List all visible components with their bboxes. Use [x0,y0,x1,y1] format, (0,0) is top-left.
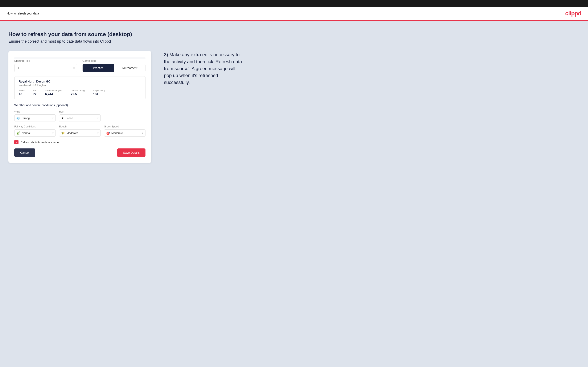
header-title: How to refresh your data [7,12,39,15]
stat-slope-rating: Slope rating 134 [93,89,105,96]
conditions-section-title: Weather and course conditions (optional) [14,103,146,107]
course-info: Royal North Devon GC, Westward Ho!, Engl… [14,76,146,99]
refresh-checkbox-label: Refresh shots from data source [21,141,59,144]
rough-label: Rough [59,125,101,128]
starting-hole-group: Starting Hole 1 10 [14,59,77,72]
course-name: Royal North Devon GC, [19,80,141,83]
page-heading: How to refresh your data from source (de… [9,31,579,38]
top-bar [0,0,588,7]
buttons-row: Cancel Save Details [14,149,146,157]
refresh-checkbox-row: Refresh shots from data source [14,140,146,144]
rough-group: Rough 🌾 Moderate Light Heavy [59,125,101,137]
course-rating-value: 72.5 [71,92,85,96]
fairway-select-wrapper: 🌿 Normal Soft Firm [14,129,56,137]
wind-select-wrapper: 💨 Strong None Light Moderate [14,114,56,122]
save-button[interactable]: Save Details [117,149,146,157]
game-type-group: Game Type Practice Tournament [82,59,146,72]
fairway-select[interactable]: Normal Soft Firm [14,129,56,137]
main-content: How to refresh your data from source (de… [0,21,588,367]
empty-group [104,110,146,122]
par-value: 72 [33,92,37,96]
rough-select-wrapper: 🌾 Moderate Light Heavy [59,129,101,137]
wind-label: Wind [14,110,56,113]
fairway-group: Fairway Conditions 🌿 Normal Soft Firm [14,125,56,137]
rough-select[interactable]: Moderate Light Heavy [59,129,101,137]
form-panel: Starting Hole 1 10 Game Type Practice To… [9,51,151,163]
wind-select[interactable]: Strong None Light Moderate [14,114,56,122]
green-speed-select[interactable]: Moderate Slow Fast [104,129,146,137]
instruction-panel: 3) Make any extra edits necessary to the… [164,51,244,86]
holes-value: 18 [19,92,25,96]
logo: clippd [565,10,581,17]
stat-course-rating: Course rating 72.5 [71,89,85,96]
wind-group: Wind 💨 Strong None Light Moderate [14,110,56,122]
fairway-rough-row: Fairway Conditions 🌿 Normal Soft Firm Ro… [14,125,146,137]
par-label: Par [33,89,37,92]
fairway-label: Fairway Conditions [14,125,56,128]
rain-select[interactable]: None Light Heavy [59,114,101,122]
slope-rating-label: Slope rating [93,89,105,92]
truncated-indicator [14,57,146,59]
slope-rating-value: 134 [93,92,105,96]
header: How to refresh your data clippd [0,7,588,21]
stat-yards: Yards/White (M)) 6,744 [45,89,62,96]
yards-value: 6,744 [45,92,62,96]
content-row: Starting Hole 1 10 Game Type Practice To… [9,51,579,163]
refresh-checkbox[interactable] [14,140,18,144]
starting-hole-select-wrapper: 1 10 [14,64,77,72]
stat-par: Par 72 [33,89,37,96]
green-speed-label: Green Speed [104,125,146,128]
starting-hole-label: Starting Hole [14,59,77,62]
game-type-toggle: Practice Tournament [82,64,146,72]
yards-label: Yards/White (M)) [45,89,62,92]
starting-hole-select[interactable]: 1 10 [14,64,77,72]
top-form-row: Starting Hole 1 10 Game Type Practice To… [14,59,146,72]
cancel-button[interactable]: Cancel [14,149,35,157]
rain-group: Rain ☀ None Light Heavy [59,110,101,122]
page-subheading: Ensure the correct and most up to date d… [9,39,579,44]
wind-rain-row: Wind 💨 Strong None Light Moderate Rain [14,110,146,122]
practice-button[interactable]: Practice [83,64,114,72]
rain-select-wrapper: ☀ None Light Heavy [59,114,101,122]
game-type-label: Game Type [82,59,146,62]
stat-holes: Holes 18 [19,89,25,96]
course-location: Westward Ho!, England [19,83,141,87]
holes-label: Holes [19,89,25,92]
course-stats: Holes 18 Par 72 Yards/White (M)) 6,744 C… [19,89,141,96]
green-speed-select-wrapper: 🎯 Moderate Slow Fast [104,129,146,137]
green-speed-group: Green Speed 🎯 Moderate Slow Fast [104,125,146,137]
course-rating-label: Course rating [71,89,85,92]
tournament-button[interactable]: Tournament [114,64,145,72]
rain-label: Rain [59,110,101,113]
instruction-text: 3) Make any extra edits necessary to the… [164,51,244,86]
